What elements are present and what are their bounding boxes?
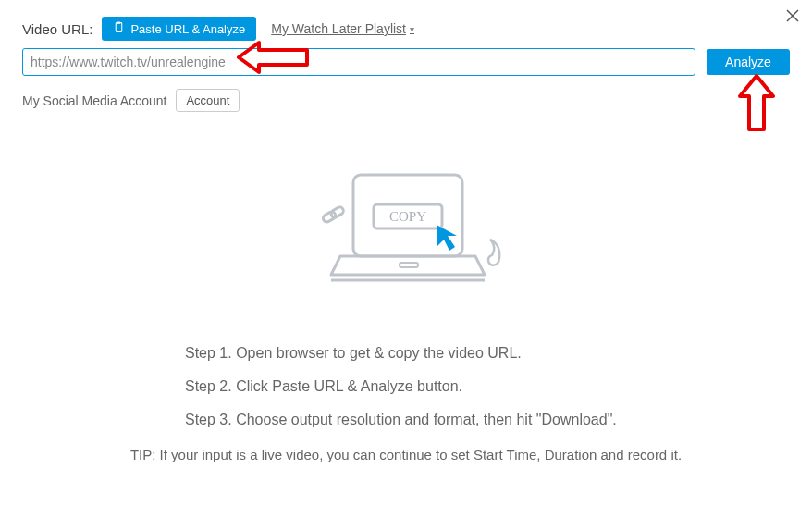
- video-url-label: Video URL:: [22, 21, 92, 37]
- svg-rect-10: [400, 263, 418, 267]
- svg-rect-2: [117, 23, 123, 32]
- copy-label: COPY: [389, 209, 426, 224]
- svg-rect-3: [117, 21, 120, 23]
- playlist-link-label: My Watch Later Playlist: [271, 21, 406, 36]
- paste-url-analyze-button[interactable]: Paste URL & Analyze: [102, 17, 256, 41]
- step-2-text: Step 2. Click Paste URL & Analyze button…: [185, 378, 812, 395]
- svg-marker-8: [437, 225, 457, 251]
- step-3-text: Step 3. Choose output resolution and for…: [185, 412, 812, 428]
- step-1-text: Step 1. Open browser to get & copy the v…: [185, 345, 812, 362]
- clipboard-icon: [113, 21, 125, 36]
- analyze-button[interactable]: Analyze: [707, 49, 790, 75]
- laptop-illustration: COPY: [0, 167, 812, 306]
- chevron-down-icon: ▾: [410, 24, 414, 34]
- video-url-input[interactable]: [22, 48, 695, 76]
- tip-text: TIP: If your input is a live video, you …: [0, 447, 812, 462]
- svg-rect-5: [330, 205, 345, 218]
- social-media-label: My Social Media Account: [22, 93, 166, 108]
- close-button[interactable]: [786, 7, 799, 27]
- account-button[interactable]: Account: [176, 89, 240, 112]
- watch-later-playlist-link[interactable]: My Watch Later Playlist ▾: [271, 21, 414, 36]
- paste-btn-label: Paste URL & Analyze: [130, 22, 245, 36]
